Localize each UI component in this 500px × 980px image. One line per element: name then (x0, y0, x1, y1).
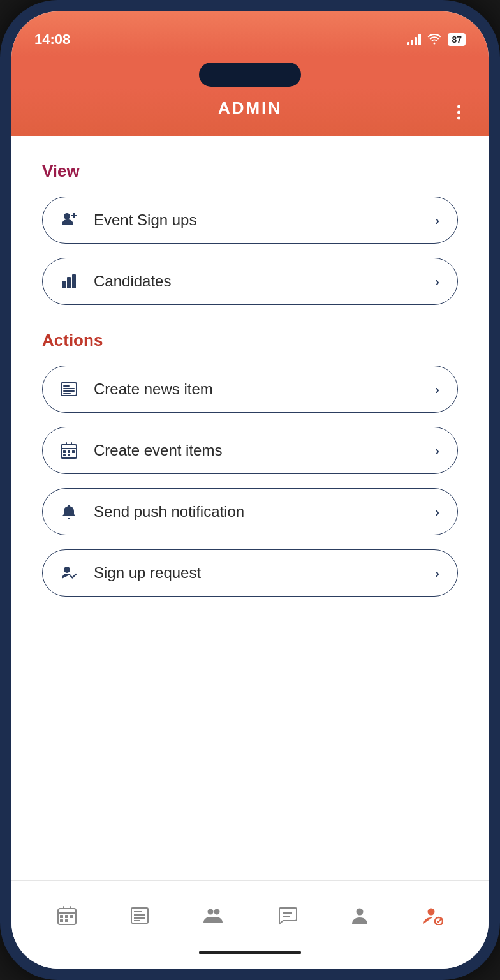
candidates-item[interactable]: Candidates › (42, 258, 458, 305)
header-menu-button[interactable] (452, 100, 466, 124)
create-event-item[interactable]: Create event items › (42, 427, 458, 474)
nav-profile-button[interactable] (351, 906, 369, 925)
status-bar: 14:08 87 (11, 11, 489, 56)
nav-chat-button[interactable] (278, 906, 297, 925)
app-header: ADMIN (11, 88, 489, 136)
svg-rect-16 (68, 454, 70, 456)
bell-icon (61, 503, 78, 520)
header-title: ADMIN (218, 98, 282, 118)
svg-rect-22 (60, 915, 63, 918)
svg-point-17 (64, 567, 70, 573)
home-indicator-bar (199, 951, 301, 954)
svg-point-32 (208, 909, 214, 914)
create-event-label: Create event items (94, 442, 222, 459)
event-signups-item[interactable]: Event Sign ups › (42, 197, 458, 244)
svg-rect-2 (72, 274, 76, 288)
candidates-chevron: › (435, 274, 439, 289)
phone-screen: 14:08 87 ADMIN (11, 11, 489, 969)
nav-admin-button[interactable] (422, 906, 443, 925)
candidates-label: Candidates (94, 272, 171, 290)
push-notification-label: Send push notification (94, 503, 244, 521)
signup-request-chevron: › (435, 566, 439, 581)
svg-point-36 (357, 908, 364, 915)
svg-rect-23 (65, 915, 68, 918)
actions-section-label: Actions (42, 330, 458, 350)
dynamic-island (199, 63, 301, 87)
svg-rect-0 (62, 281, 66, 288)
bottom-nav (11, 880, 489, 944)
push-notification-item[interactable]: Send push notification › (42, 488, 458, 535)
home-indicator-area (11, 944, 489, 969)
svg-rect-7 (63, 393, 71, 394)
nav-calendar-button[interactable] (57, 906, 77, 925)
view-section-label: View (42, 161, 458, 181)
phone-frame: 14:08 87 ADMIN (0, 0, 500, 980)
calendar-grid-icon (61, 442, 78, 459)
signup-request-label: Sign up request (94, 564, 201, 582)
push-notification-chevron: › (435, 505, 439, 519)
svg-rect-12 (63, 450, 66, 453)
event-signups-chevron: › (435, 213, 439, 228)
create-news-label: Create news item (94, 380, 213, 398)
svg-rect-13 (68, 450, 70, 453)
svg-rect-1 (67, 277, 71, 288)
svg-point-37 (428, 908, 435, 915)
create-event-chevron: › (435, 443, 439, 458)
svg-rect-6 (63, 390, 75, 392)
svg-rect-4 (63, 385, 70, 387)
signal-icon (407, 34, 421, 45)
svg-rect-14 (72, 450, 75, 453)
dynamic-island-area (11, 56, 489, 88)
person-add-icon (61, 212, 78, 228)
event-signups-label: Event Sign ups (94, 211, 196, 229)
svg-rect-26 (65, 919, 68, 922)
wifi-icon (427, 34, 441, 45)
person-check-icon (61, 565, 78, 581)
svg-rect-25 (60, 919, 63, 922)
nav-news-button[interactable] (130, 906, 149, 925)
battery-icon: 87 (448, 33, 466, 46)
svg-rect-15 (63, 454, 66, 456)
nav-people-button[interactable] (203, 906, 224, 925)
svg-rect-5 (63, 388, 75, 389)
svg-point-33 (214, 909, 220, 914)
svg-rect-24 (70, 915, 73, 918)
create-news-item[interactable]: Create news item › (42, 366, 458, 413)
create-news-chevron: › (435, 382, 439, 397)
bar-chart-icon (61, 273, 78, 290)
news-icon (61, 381, 78, 397)
main-content: View Event Sign ups › (11, 136, 489, 880)
status-time: 14:08 (34, 31, 70, 48)
status-icons: 87 (407, 33, 466, 46)
signup-request-item[interactable]: Sign up request › (42, 549, 458, 597)
